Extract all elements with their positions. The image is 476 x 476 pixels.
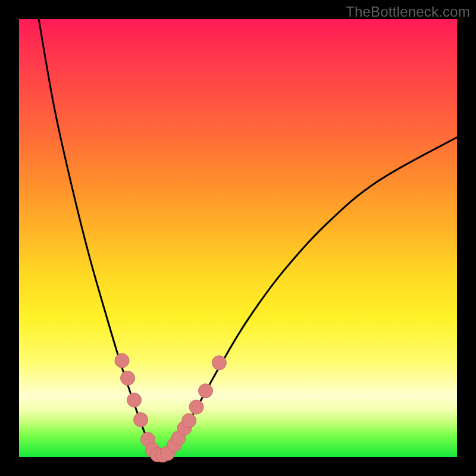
curve-left-branch [39, 19, 159, 457]
data-marker [121, 371, 135, 386]
marker-group [115, 353, 226, 462]
data-marker [127, 393, 142, 407]
data-marker [134, 412, 148, 427]
chart-frame: TheBottleneck.com [0, 0, 476, 476]
curve-group [39, 19, 457, 457]
data-marker [182, 414, 196, 428]
data-marker [212, 356, 226, 370]
curve-svg [19, 19, 457, 457]
data-marker [115, 353, 129, 368]
curve-right-branch [159, 137, 457, 457]
watermark-text: TheBottleneck.com [346, 4, 470, 20]
plot-area [19, 19, 457, 457]
data-marker [189, 400, 203, 414]
data-marker [199, 384, 213, 398]
